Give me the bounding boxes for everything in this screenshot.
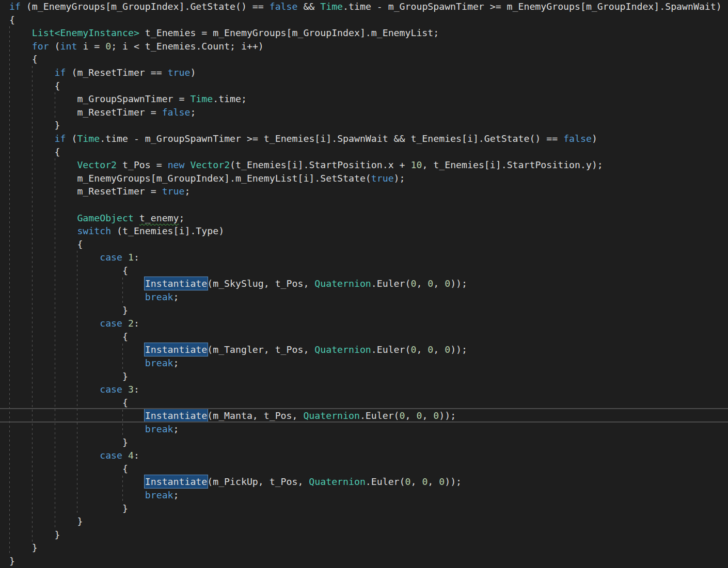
- code-line-28[interactable]: break;: [0, 356, 728, 370]
- code-text: {: [9, 54, 38, 64]
- highlighted-symbol-instantiate[interactable]: Instantiate: [145, 277, 208, 290]
- code-area[interactable]: if (m_EnemyGroups[m_GroupIndex].GetState…: [0, 0, 728, 568]
- code-line-21[interactable]: {: [0, 264, 728, 278]
- code-line-36[interactable]: {: [0, 462, 728, 476]
- code-line-38[interactable]: break;: [0, 489, 728, 502]
- code-line-32[interactable]: Instantiate(m_Manta, t_Pos, Quaternion.E…: [0, 409, 728, 423]
- code-line-6[interactable]: if (m_ResetTimer == true): [0, 66, 728, 79]
- code-text: ): [190, 67, 196, 78]
- code-line-26[interactable]: {: [0, 330, 728, 344]
- code-line-23[interactable]: break;: [0, 290, 728, 304]
- code-line-25[interactable]: case 2:: [0, 317, 728, 330]
- code-text: [9, 27, 32, 38]
- code-text: :: [134, 450, 139, 461]
- code-line-14[interactable]: m_EnemyGroups[m_GroupIndex].m_EnemyList[…: [0, 172, 728, 185]
- type-token: GameObject: [77, 213, 134, 223]
- code-text: {: [9, 265, 128, 276]
- code-text: ): [592, 133, 597, 144]
- keyword-token: new: [168, 159, 185, 170]
- code-line-39[interactable]: }: [0, 502, 728, 515]
- code-text: (m_Manta, t_Pos,: [207, 410, 303, 421]
- code-line-42[interactable]: }: [0, 541, 728, 555]
- code-text: ;: [173, 291, 179, 302]
- number-token: 0: [445, 344, 450, 355]
- code-text: {: [9, 239, 83, 250]
- code-editor[interactable]: if (m_EnemyGroups[m_GroupIndex].GetState…: [0, 0, 728, 568]
- code-text: ;: [184, 186, 190, 197]
- code-text: &&: [297, 1, 320, 12]
- keyword-token: if: [55, 67, 66, 78]
- code-line-34[interactable]: }: [0, 436, 728, 449]
- code-text: .Euler(: [371, 344, 411, 355]
- code-line-15[interactable]: m_ResetTimer = true;: [0, 185, 728, 198]
- code-line-20[interactable]: case 1:: [0, 251, 728, 264]
- number-token: 3: [128, 384, 134, 395]
- code-line-24[interactable]: }: [0, 304, 728, 317]
- code-line-12[interactable]: {: [0, 145, 728, 159]
- code-line-41[interactable]: }: [0, 528, 728, 542]
- code-line-16[interactable]: [0, 198, 728, 212]
- code-line-17[interactable]: GameObject t_enemy;: [0, 212, 728, 225]
- code-text: (m_PickUp, t_Pos,: [207, 476, 309, 487]
- code-line-29[interactable]: }: [0, 370, 728, 383]
- number-token: 0: [439, 476, 445, 487]
- code-line-5[interactable]: {: [0, 53, 728, 66]
- code-line-27[interactable]: Instantiate(m_Tangler, t_Pos, Quaternion…: [0, 343, 728, 356]
- code-line-4[interactable]: for (int i = 0; i < t_Enemies.Count; i++…: [0, 40, 728, 53]
- code-text: [122, 318, 128, 329]
- code-text: ;: [190, 107, 196, 118]
- number-token: 0: [400, 410, 405, 421]
- keyword-token: case: [100, 384, 122, 395]
- keyword-token: false: [162, 107, 191, 118]
- code-text: ; i < t_Enemies.Count; i++): [111, 41, 264, 52]
- code-text: .time;: [213, 93, 247, 104]
- code-text: ,: [410, 476, 422, 487]
- warning-squiggle-identifier[interactable]: t_enemy: [139, 213, 179, 223]
- number-token: 0: [422, 476, 428, 487]
- keyword-token: true: [371, 173, 394, 184]
- code-text: .Euler(: [366, 476, 405, 487]
- code-text: [9, 450, 100, 461]
- code-text: (: [66, 133, 77, 144]
- code-text: [9, 41, 32, 52]
- code-line-19[interactable]: {: [0, 238, 728, 251]
- keyword-token: false: [270, 1, 298, 12]
- code-text: ,: [416, 344, 428, 355]
- highlighted-symbol-instantiate[interactable]: Instantiate: [145, 409, 208, 422]
- code-line-40[interactable]: }: [0, 515, 728, 528]
- code-text: ));: [450, 278, 467, 289]
- code-text: }: [9, 437, 128, 448]
- code-line-30[interactable]: case 3:: [0, 383, 728, 396]
- code-text: ;: [173, 358, 179, 368]
- code-text: (: [49, 41, 60, 52]
- code-text: (m_EnemyGroups[m_GroupIndex].GetState() …: [21, 1, 270, 12]
- code-line-9[interactable]: m_ResetTimer = false;: [0, 106, 728, 119]
- type-token: Quaternion: [314, 278, 371, 289]
- code-line-8[interactable]: m_GroupSpawnTimer = Time.time;: [0, 92, 728, 106]
- code-line-37[interactable]: Instantiate(m_PickUp, t_Pos, Quaternion.…: [0, 475, 728, 489]
- highlighted-symbol-instantiate[interactable]: Instantiate: [145, 343, 208, 356]
- code-text: (t_Enemies[i].Type): [111, 225, 224, 236]
- code-text: {: [9, 397, 128, 408]
- code-line-10[interactable]: }: [0, 119, 728, 132]
- highlighted-symbol-instantiate[interactable]: Instantiate: [145, 475, 208, 488]
- code-line-31[interactable]: {: [0, 396, 728, 410]
- code-text: ));: [445, 476, 462, 487]
- type-token: Time: [77, 133, 100, 144]
- code-line-7[interactable]: {: [0, 79, 728, 93]
- number-token: 0: [445, 278, 450, 289]
- code-line-33[interactable]: break;: [0, 423, 728, 436]
- code-text: }: [9, 516, 83, 527]
- code-line-3[interactable]: List<EnemyInstance> t_Enemies = m_EnemyG…: [0, 26, 728, 40]
- code-line-18[interactable]: switch (t_Enemies[i].Type): [0, 224, 728, 238]
- number-token: 0: [433, 410, 439, 421]
- code-line-13[interactable]: Vector2 t_Pos = new Vector2(t_Enemies[i]…: [0, 158, 728, 172]
- code-text: [9, 278, 145, 289]
- code-line-22[interactable]: Instantiate(m_SkySlug, t_Pos, Quaternion…: [0, 277, 728, 290]
- code-line-2[interactable]: {: [0, 13, 728, 27]
- code-line-43[interactable]: }: [0, 555, 728, 568]
- code-line-35[interactable]: case 4:: [0, 449, 728, 462]
- code-line-11[interactable]: if (Time.time - m_GroupSpawnTimer >= t_E…: [0, 132, 728, 145]
- code-text: [9, 318, 100, 329]
- code-line-1[interactable]: if (m_EnemyGroups[m_GroupIndex].GetState…: [0, 0, 728, 13]
